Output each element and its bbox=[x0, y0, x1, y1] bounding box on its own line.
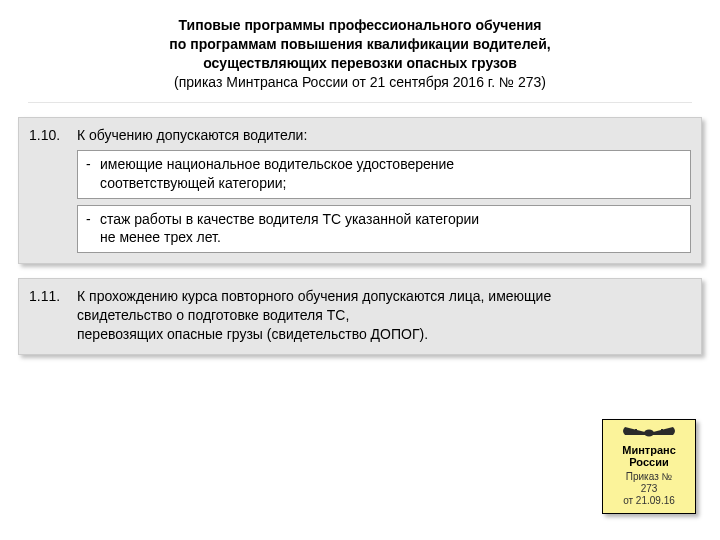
section-1-10-item-1: - имеющие национальное водительское удос… bbox=[77, 150, 691, 198]
section-1-10-item-2: - стаж работы в качестве водителя ТС ука… bbox=[77, 205, 691, 253]
section-1-11-text: К прохождению курса повторного обучения … bbox=[77, 287, 691, 344]
order-badge: Минтранс России Приказ № 273 от 21.09.16 bbox=[602, 419, 696, 514]
dash-icon: - bbox=[86, 210, 94, 246]
badge-org: Минтранс России bbox=[605, 444, 693, 469]
section-1-10-item-2-text: стаж работы в качестве водителя ТС указа… bbox=[100, 210, 479, 246]
title-line-1: Типовые программы профессионального обуч… bbox=[28, 16, 692, 35]
badge-order: Приказ № 273 от 21.09.16 bbox=[605, 471, 693, 507]
title-line-3: осуществляющих перевозки опасных грузов bbox=[28, 54, 692, 73]
dash-icon: - bbox=[86, 155, 94, 191]
svg-rect-1 bbox=[629, 430, 631, 434]
section-1-11-row: 1.11. К прохождению курса повторного обу… bbox=[29, 287, 691, 344]
section-1-10-heading-row: 1.10. К обучению допускаются водители: bbox=[29, 126, 691, 145]
section-1-10-heading: К обучению допускаются водители: bbox=[77, 126, 691, 145]
section-1-11-number: 1.11. bbox=[29, 287, 69, 344]
svg-rect-2 bbox=[635, 429, 637, 434]
title-subtitle: (приказ Минтранса России от 21 сентября … bbox=[28, 73, 692, 92]
section-1-10-panel: 1.10. К обучению допускаются водители: -… bbox=[18, 117, 702, 265]
title-line-2: по программам повышения квалификации вод… bbox=[28, 35, 692, 54]
title-block: Типовые программы профессионального обуч… bbox=[28, 10, 692, 103]
mintrans-emblem-icon bbox=[605, 424, 693, 442]
section-1-10-number: 1.10. bbox=[29, 126, 69, 145]
svg-rect-4 bbox=[667, 430, 669, 434]
svg-rect-3 bbox=[661, 429, 663, 434]
section-1-10-item-1-text: имеющие национальное водительское удосто… bbox=[100, 155, 454, 191]
section-1-11-panel: 1.11. К прохождению курса повторного обу… bbox=[18, 278, 702, 355]
